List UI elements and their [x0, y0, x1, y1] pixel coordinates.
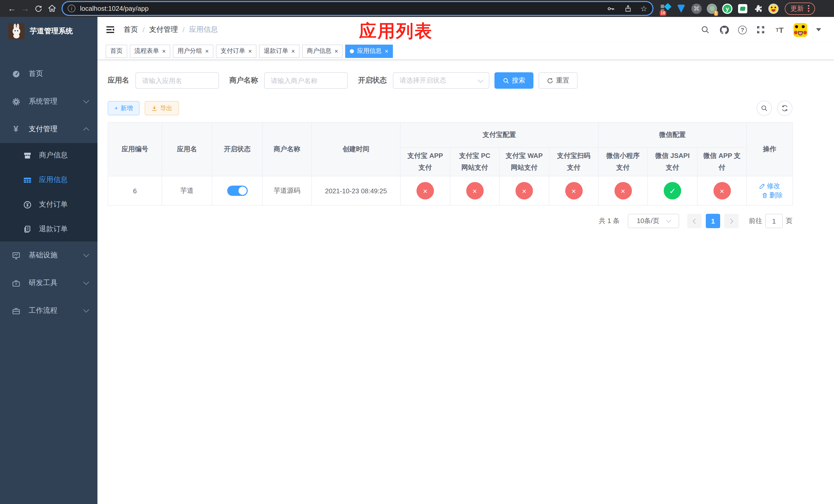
sidebar-collapse-icon[interactable] [105, 25, 115, 35]
ext-green-y-icon[interactable]: y [722, 3, 732, 14]
key-icon[interactable] [606, 3, 616, 14]
refresh-button[interactable] [777, 100, 792, 116]
page-size-select[interactable]: 10条/页 [628, 214, 679, 228]
header-search-icon[interactable] [700, 25, 710, 35]
reset-button[interactable]: 重置 [539, 72, 577, 89]
status-select[interactable]: 请选择开启状态 [393, 72, 489, 89]
share-icon[interactable] [623, 3, 633, 14]
pagination: 共 1 条 10条/页 1 前往 页 [108, 214, 792, 228]
sidebar-item-app-info[interactable]: 应用信息 [0, 168, 97, 192]
bookmark-star-icon[interactable]: ☆ [640, 4, 647, 13]
tab-home[interactable]: 首页 [106, 44, 127, 58]
col-header-alipay-wap: 支付宝 WAP 网站支付 [499, 147, 549, 176]
goto-label: 前往 [749, 216, 762, 226]
browser-profile-avatar[interactable] [768, 3, 778, 14]
breadcrumb-payment[interactable]: 支付管理 [149, 25, 178, 35]
close-icon[interactable]: × [334, 48, 338, 54]
cell-app-id: 6 [108, 176, 162, 205]
close-icon[interactable]: × [248, 48, 252, 54]
sidebar-item-payment[interactable]: ¥ 支付管理 [0, 115, 97, 143]
sidebar-menu: 首页 系统管理 ¥ 支付管理 [0, 60, 97, 324]
help-icon[interactable]: ? [738, 25, 747, 34]
sidebar-item-dev-tools[interactable]: 研发工具 [0, 269, 97, 297]
tab-process-form[interactable]: 流程表单× [130, 44, 170, 58]
delete-link[interactable]: 删除 [762, 191, 783, 200]
page-number-1[interactable]: 1 [706, 214, 720, 228]
sidebar-item-home[interactable]: 首页 [0, 60, 97, 88]
extensions-puzzle-icon[interactable] [753, 3, 763, 14]
browser-back-icon[interactable]: ← [5, 2, 19, 15]
site-info-icon[interactable]: i [68, 5, 75, 12]
user-avatar[interactable] [793, 23, 807, 37]
export-button[interactable]: 导出 [145, 101, 179, 115]
plus-icon: + [114, 105, 118, 112]
close-icon[interactable]: × [162, 48, 166, 54]
search-button[interactable]: 搜索 [495, 72, 533, 89]
tab-pay-order[interactable]: 支付订单× [216, 44, 257, 58]
col-header-alipay-qr: 支付宝扫码支付 [549, 147, 598, 176]
chevron-down-icon [83, 98, 89, 104]
sidebar: 芋道管理系统 首页 系统管理 ¥ 支付 [0, 17, 97, 504]
sidebar-item-label: 系统管理 [29, 97, 58, 106]
browser-home-icon[interactable] [45, 2, 59, 15]
tab-refund-order[interactable]: 退款订单× [259, 44, 300, 58]
address-bar[interactable]: i localhost:1024/pay/app ☆ [63, 2, 653, 15]
tab-app-info-active[interactable]: 应用信息× [345, 44, 393, 58]
font-size-icon[interactable]: TT [774, 25, 785, 35]
table-row: 6 芋道 芋道源码 2021-10-23 08:49:25 × × × × × [108, 176, 793, 205]
sidebar-item-refund-order[interactable]: 退款订单 [0, 217, 97, 242]
github-icon[interactable] [719, 25, 729, 35]
tab-merchant-info[interactable]: 商户信息× [302, 44, 343, 58]
status-cross-icon: × [614, 182, 632, 200]
status-cross-icon: × [466, 182, 483, 200]
tags-view-bar: 首页 流程表单× 用户分组× 支付订单× 退款订单× 商户信息× [97, 43, 834, 60]
close-icon[interactable]: × [205, 48, 209, 54]
browser-forward-icon[interactable]: → [19, 2, 32, 15]
next-page-button[interactable] [724, 214, 739, 228]
sidebar-item-infrastructure[interactable]: 基础设施 [0, 242, 97, 269]
ext-kite-icon[interactable] [676, 3, 686, 14]
sidebar-item-pay-order[interactable]: 支付订单 [0, 192, 97, 217]
app-name-input[interactable] [135, 72, 219, 89]
avatar-caret-icon[interactable] [816, 28, 821, 31]
annotation-app-list: 应用列表 [359, 20, 433, 43]
close-icon[interactable]: × [291, 48, 295, 54]
breadcrumb-home[interactable]: 首页 [124, 25, 138, 35]
add-button[interactable]: + 新增 [108, 101, 139, 115]
browser-reload-icon[interactable] [32, 2, 45, 15]
app-table: 应用编号 应用名 开启状态 商户名称 创建时间 支付宝配置 微信配置 操作 支付… [108, 122, 793, 206]
fullscreen-icon[interactable] [755, 25, 766, 35]
merchant-name-label: 商户名称 [229, 76, 258, 85]
gear-icon [11, 97, 21, 106]
goto-page-input[interactable] [765, 214, 783, 228]
sidebar-item-workflow[interactable]: 工作流程 [0, 297, 97, 324]
documents-icon [23, 225, 32, 234]
ext-pin-icon[interactable]: 10 [661, 3, 671, 14]
tab-user-group[interactable]: 用户分组× [173, 44, 213, 58]
edit-link[interactable]: 修改 [759, 182, 780, 191]
close-icon[interactable]: × [385, 48, 388, 54]
breadcrumb-separator: / [182, 26, 185, 34]
col-header-created: 创建时间 [312, 122, 400, 176]
chevron-down-icon [478, 77, 484, 83]
ext-recorder-icon[interactable]: 1 [707, 3, 717, 14]
cell-alipay-pc: × [450, 176, 499, 205]
status-toggle[interactable] [227, 186, 247, 196]
sidebar-item-system[interactable]: 系统管理 [0, 88, 97, 115]
sidebar-item-label: 应用信息 [39, 175, 68, 185]
col-header-app-id: 应用编号 [108, 122, 162, 176]
url-text[interactable]: localhost:1024/pay/app [80, 5, 149, 12]
prev-page-button[interactable] [687, 214, 702, 228]
col-header-actions: 操作 [747, 122, 793, 176]
browser-update-button[interactable]: 更新 [785, 2, 815, 15]
screenshot-root: ← → i localhost:1024/pay/app ☆ [0, 0, 834, 504]
status-label: 开启状态 [358, 76, 387, 85]
show-search-button[interactable] [756, 100, 772, 116]
page-unit-label: 页 [786, 216, 792, 226]
ext-chat-icon[interactable] [738, 3, 748, 14]
merchant-name-input[interactable] [264, 72, 348, 89]
sidebar-logo-row[interactable]: 芋道管理系统 [0, 17, 97, 46]
browser-menu-icon[interactable] [808, 5, 809, 12]
ext-command-icon[interactable]: ⌘ [692, 3, 702, 14]
sidebar-item-merchant-info[interactable]: 商户信息 [0, 143, 97, 168]
